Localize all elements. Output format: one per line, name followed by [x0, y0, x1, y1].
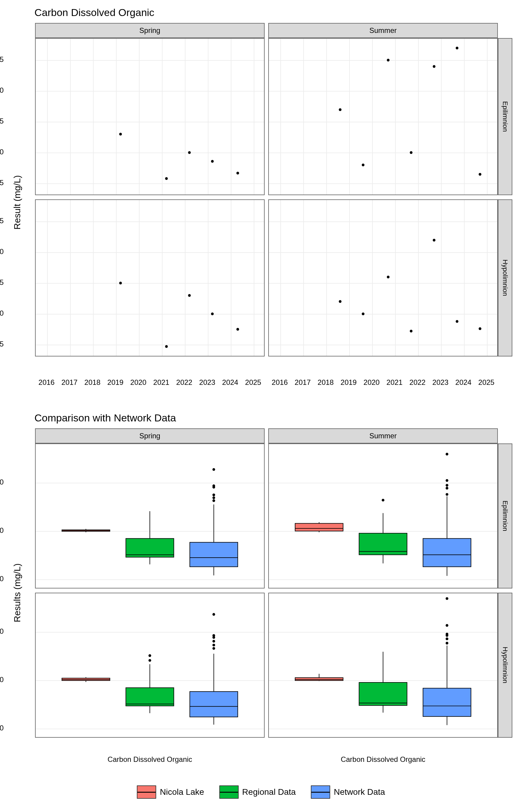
svg-point-45 [148, 654, 151, 657]
scatter-panel-spring-epilimnion [35, 38, 265, 195]
svg-rect-29 [423, 539, 471, 567]
point [362, 164, 364, 166]
svg-rect-62 [359, 683, 407, 705]
point [339, 108, 341, 111]
svg-rect-6 [126, 539, 174, 557]
point [387, 276, 390, 278]
svg-point-17 [213, 468, 215, 471]
point [479, 327, 482, 330]
point [410, 330, 413, 332]
box-x-category-summer: Carbon Dissolved Organic [268, 755, 498, 764]
point [479, 173, 482, 176]
point [119, 133, 122, 136]
box-panel-summer-epilimnion [268, 444, 498, 588]
point [188, 151, 191, 154]
box-panel-spring-hypolimnion [35, 593, 265, 738]
legend-item: Regional Data [219, 786, 296, 799]
svg-rect-42 [126, 688, 174, 706]
svg-point-55 [213, 613, 215, 616]
svg-point-51 [213, 644, 215, 647]
scatter-col-strip-spring: Spring [35, 23, 265, 38]
svg-point-34 [446, 479, 448, 482]
legend-label: Network Data [334, 787, 385, 797]
point [119, 282, 122, 285]
point [433, 65, 436, 68]
svg-point-68 [446, 642, 448, 645]
point [188, 294, 191, 297]
svg-point-69 [446, 637, 448, 640]
scatter-title: Carbon Dissolved Organic [35, 7, 154, 18]
point [387, 59, 390, 62]
svg-rect-48 [190, 691, 238, 717]
box-col-strip-summer: Summer [268, 428, 498, 444]
svg-rect-66 [423, 688, 471, 716]
box-row-strip-epilimnion: Epilimnion [498, 444, 512, 588]
boxplot-title: Comparison with Network Data [35, 412, 176, 424]
svg-point-26 [382, 499, 385, 502]
svg-point-35 [446, 453, 448, 455]
scatter-row-strip-epilimnion: Epilimnion [498, 38, 512, 195]
legend-item: Nicola Lake [137, 786, 204, 799]
legend-item: Network Data [311, 786, 385, 799]
svg-point-16 [213, 485, 215, 487]
svg-rect-58 [295, 677, 343, 681]
point [211, 160, 214, 163]
point [165, 177, 168, 180]
point [165, 345, 168, 348]
svg-point-54 [213, 634, 215, 637]
scatter-panel-summer-epilimnion [268, 38, 498, 195]
svg-point-13 [213, 496, 215, 499]
svg-point-33 [446, 484, 448, 487]
scatter-x-ticks-summer: 2016201720182019202020212022202320242025 [268, 378, 498, 387]
point [339, 300, 341, 303]
svg-point-31 [446, 493, 448, 496]
point [362, 313, 364, 316]
legend-label: Nicola Lake [160, 787, 204, 797]
svg-point-73 [446, 597, 448, 600]
point [456, 46, 459, 49]
scatter-ylabel: Result (mg/L) [12, 175, 22, 229]
box-row-strip-hypolimnion: Hypolimnion [498, 593, 512, 738]
point [236, 171, 239, 174]
boxplot-facet-grid: Spring Summer Epilimnion Hypolimnion [35, 428, 512, 755]
svg-point-50 [213, 647, 215, 650]
box-panel-spring-epilimnion [35, 444, 265, 588]
scatter-panel-spring-hypolimnion [35, 199, 265, 357]
legend: Nicola LakeRegional DataNetwork Data [0, 786, 522, 799]
legend-label: Regional Data [242, 787, 296, 797]
scatter-row-strip-hypolimnion: Hypolimnion [498, 199, 512, 357]
figure-canvas: Carbon Dissolved Organic Result (mg/L) 9… [0, 0, 522, 812]
scatter-x-ticks-spring: 2016201720182019202020212022202320242025 [35, 378, 265, 387]
box-panel-summer-hypolimnion [268, 593, 498, 738]
svg-point-71 [446, 633, 448, 635]
scatter-facet-grid: Spring Summer Epilimnion Hypolimnion [35, 23, 512, 375]
box-x-category-spring: Carbon Dissolved Organic [35, 755, 265, 764]
svg-point-12 [213, 499, 215, 502]
scatter-panel-summer-hypolimnion [268, 199, 498, 357]
point [410, 151, 413, 154]
svg-rect-20 [295, 524, 343, 531]
point [433, 239, 436, 241]
svg-point-14 [213, 493, 215, 496]
svg-rect-10 [190, 542, 238, 567]
svg-point-32 [446, 487, 448, 490]
point [456, 320, 459, 323]
boxplot-ylabel: Results (mg/L) [12, 563, 22, 622]
svg-point-72 [446, 624, 448, 627]
svg-point-52 [213, 640, 215, 643]
svg-point-44 [148, 659, 151, 662]
scatter-col-strip-summer: Summer [268, 23, 498, 38]
point [236, 328, 239, 331]
point [211, 313, 214, 316]
box-col-strip-spring: Spring [35, 428, 265, 444]
